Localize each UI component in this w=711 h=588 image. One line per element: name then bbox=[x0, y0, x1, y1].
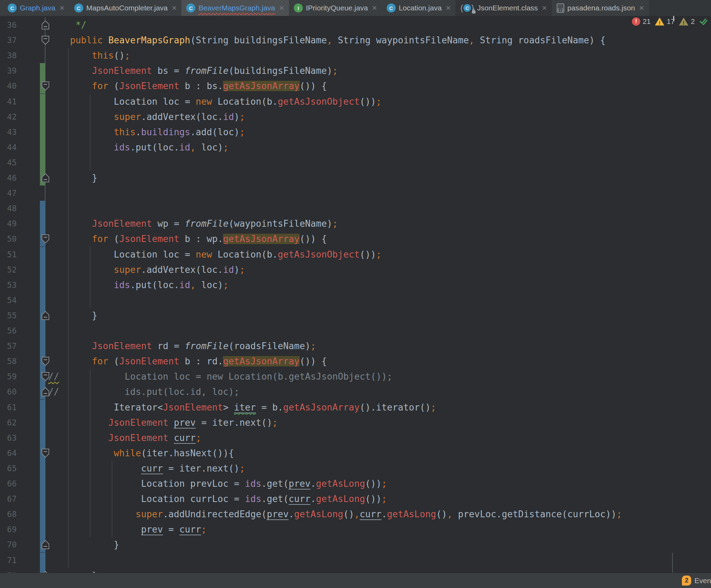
code-text: Location prevLoc = ids.get(prev.getAsLon… bbox=[48, 476, 387, 491]
tab-label: IPriorityQueue.java bbox=[306, 4, 368, 12]
line-number[interactable]: 69 bbox=[0, 522, 17, 537]
vcs-changed-bar[interactable] bbox=[40, 338, 45, 354]
vcs-changed-bar[interactable] bbox=[40, 293, 45, 308]
vcs-changed-bar[interactable] bbox=[40, 507, 45, 522]
line-number[interactable]: 43 bbox=[0, 124, 17, 140]
code-line: 67 Location currLoc = ids.get(curr.getAs… bbox=[0, 491, 711, 507]
line-number[interactable]: 64 bbox=[0, 446, 17, 461]
line-number[interactable]: 62 bbox=[0, 415, 17, 430]
tab-JsonElement.class[interactable]: (C)JsonElement.class× bbox=[455, 0, 551, 16]
code-text: JsonElement prev = iter.next(); bbox=[48, 415, 278, 430]
vcs-changed-bar[interactable] bbox=[40, 400, 45, 415]
vcs-added-bar[interactable] bbox=[40, 63, 45, 78]
line-number[interactable]: 50 bbox=[0, 231, 17, 247]
line-number[interactable]: 48 bbox=[0, 201, 17, 216]
line-number[interactable]: 60 bbox=[0, 384, 17, 399]
line-number[interactable]: 46 bbox=[0, 170, 17, 185]
vcs-added-bar[interactable] bbox=[40, 109, 45, 124]
editor-tab-bar: CGraph.java×CMapsAutoCompleter.java×CBea… bbox=[0, 0, 711, 16]
vcs-changed-bar[interactable] bbox=[40, 461, 45, 476]
line-number[interactable]: 51 bbox=[0, 247, 17, 262]
code-text: ids.put(loc.id, loc); bbox=[48, 140, 229, 155]
code-text: JsonElement wp = fromFile(waypointsFileN… bbox=[48, 216, 338, 231]
event-log-widget[interactable]: 2 Event bbox=[682, 576, 711, 586]
vcs-changed-bar[interactable] bbox=[40, 476, 45, 491]
event-log-label[interactable]: Event bbox=[694, 577, 711, 585]
code-line: 47 bbox=[0, 185, 711, 201]
code-line: 52 super.addVertex(loc.id); bbox=[0, 262, 711, 277]
compiled-class-icon: (C) bbox=[460, 3, 474, 13]
line-number[interactable]: 65 bbox=[0, 461, 17, 476]
vcs-changed-bar[interactable] bbox=[40, 247, 45, 262]
line-number[interactable]: 54 bbox=[0, 293, 17, 308]
tab-label: JsonElement.class bbox=[477, 4, 538, 12]
close-icon[interactable]: × bbox=[639, 4, 644, 12]
close-icon[interactable]: × bbox=[60, 4, 65, 12]
close-icon[interactable]: × bbox=[279, 4, 284, 12]
event-count-badge[interactable]: 2 bbox=[682, 576, 691, 586]
line-number[interactable]: 68 bbox=[0, 507, 17, 522]
interface-icon: I bbox=[294, 3, 303, 12]
close-icon[interactable]: × bbox=[542, 4, 547, 12]
line-number[interactable]: 39 bbox=[0, 63, 17, 78]
code-line: 55 } bbox=[0, 308, 711, 323]
code-line: 70 } bbox=[0, 537, 711, 552]
tab-IPriorityQueue.java[interactable]: IIPriorityQueue.java× bbox=[289, 0, 382, 16]
vcs-changed-bar[interactable] bbox=[40, 430, 45, 446]
line-number[interactable]: 67 bbox=[0, 491, 17, 507]
line-number[interactable]: 57 bbox=[0, 338, 17, 354]
line-number[interactable]: 66 bbox=[0, 476, 17, 491]
close-icon[interactable]: × bbox=[446, 4, 451, 12]
line-number[interactable]: 36 bbox=[0, 17, 17, 33]
code-text: for (JsonElement b : wp.getAsJsonArray()… bbox=[48, 231, 327, 247]
line-number[interactable]: 71 bbox=[0, 553, 17, 568]
vcs-changed-bar[interactable] bbox=[40, 201, 45, 216]
tab-Graph.java[interactable]: CGraph.java× bbox=[3, 0, 69, 16]
line-number[interactable]: 42 bbox=[0, 109, 17, 124]
vcs-added-bar[interactable] bbox=[40, 124, 45, 140]
vcs-changed-bar[interactable] bbox=[40, 323, 45, 338]
line-number[interactable]: 53 bbox=[0, 277, 17, 293]
vcs-changed-bar[interactable] bbox=[40, 522, 45, 537]
tab-Location.java[interactable]: CLocation.java× bbox=[382, 0, 456, 16]
tab-BeaverMapsGraph.java[interactable]: CBeaverMapsGraph.java× bbox=[181, 0, 289, 16]
code-text: ids.put(loc.id, loc); bbox=[48, 277, 229, 293]
code-line: 45 bbox=[0, 155, 711, 170]
code-line: 59// Location loc = new Location(b.getAs… bbox=[0, 369, 711, 384]
line-number[interactable]: 56 bbox=[0, 323, 17, 338]
vcs-added-bar[interactable] bbox=[40, 140, 45, 155]
code-line: 69 prev = curr; bbox=[0, 522, 711, 537]
line-number[interactable]: 63 bbox=[0, 430, 17, 446]
vcs-changed-bar[interactable] bbox=[40, 216, 45, 231]
vcs-changed-bar[interactable] bbox=[40, 553, 45, 568]
vcs-changed-bar[interactable] bbox=[40, 415, 45, 430]
vcs-changed-bar[interactable] bbox=[40, 277, 45, 293]
code-text: super.addVertex(loc.id); bbox=[48, 262, 245, 277]
line-number[interactable]: 55 bbox=[0, 308, 17, 323]
line-number[interactable]: 59 bbox=[0, 369, 17, 384]
line-number[interactable]: 52 bbox=[0, 262, 17, 277]
line-number[interactable]: 47 bbox=[0, 185, 17, 201]
code-text: JsonElement curr; bbox=[48, 430, 201, 446]
vcs-added-bar[interactable] bbox=[40, 155, 45, 170]
line-number[interactable]: 44 bbox=[0, 140, 17, 155]
line-number[interactable]: 41 bbox=[0, 94, 17, 109]
line-number[interactable]: 61 bbox=[0, 400, 17, 415]
tab-MapsAutoCompleter.java[interactable]: CMapsAutoCompleter.java× bbox=[69, 0, 182, 16]
vcs-added-bar[interactable] bbox=[40, 94, 45, 109]
line-number[interactable]: 58 bbox=[0, 354, 17, 369]
line-number[interactable]: 37 bbox=[0, 33, 17, 48]
vcs-changed-bar[interactable] bbox=[40, 491, 45, 507]
line-number[interactable]: 70 bbox=[0, 537, 17, 552]
line-number[interactable]: 49 bbox=[0, 216, 17, 231]
code-text: */ bbox=[48, 17, 86, 33]
close-icon[interactable]: × bbox=[372, 4, 377, 12]
line-number[interactable]: 38 bbox=[0, 48, 17, 63]
vcs-changed-bar[interactable] bbox=[40, 262, 45, 277]
tab-pasadena.roads.json[interactable]: {;}pasadena.roads.json× bbox=[552, 0, 649, 16]
line-number[interactable]: 72 bbox=[0, 568, 17, 573]
close-icon[interactable]: × bbox=[172, 4, 177, 12]
code-editor[interactable]: !21!17!29 36 */37 public BeaverMapsGraph… bbox=[0, 16, 711, 573]
line-number[interactable]: 40 bbox=[0, 78, 17, 94]
line-number[interactable]: 45 bbox=[0, 155, 17, 170]
